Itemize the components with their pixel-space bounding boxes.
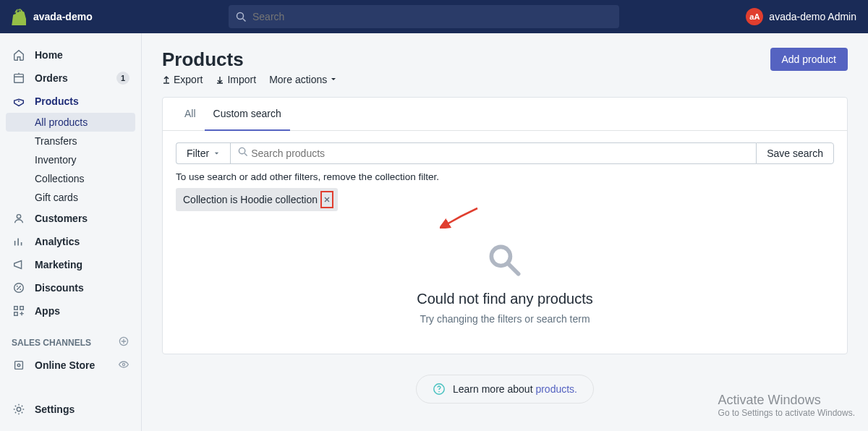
sidebar-subitem-collections[interactable]: Collections	[0, 169, 141, 188]
search-products-wrap[interactable]	[230, 142, 756, 164]
sidebar-item-label: Apps	[35, 305, 60, 317]
sidebar-item-customers[interactable]: Customers	[0, 207, 141, 230]
orders-icon	[12, 71, 26, 85]
import-label: Import	[227, 74, 256, 85]
sidebar-item-label: Orders	[35, 72, 68, 84]
sidebar-subitem-transfers[interactable]: Transfers	[0, 132, 141, 150]
svg-point-14	[122, 363, 124, 365]
svg-line-17	[244, 153, 247, 156]
filter-chip-label: Collection is Hoodie collection	[183, 194, 318, 205]
more-actions[interactable]: More actions	[269, 74, 337, 85]
global-search[interactable]	[229, 5, 619, 28]
sidebar-item-label: Home	[35, 49, 63, 61]
svg-point-3	[18, 101, 20, 102]
sidebar-item-discounts[interactable]: Discounts	[0, 276, 141, 299]
filter-chip-collection: Collection is Hoodie collection	[176, 188, 338, 211]
svg-point-6	[17, 286, 18, 287]
tabs: AllCustom search	[163, 98, 847, 131]
shopify-logo-icon	[12, 9, 26, 25]
save-search-button[interactable]: Save search	[756, 142, 834, 164]
search-products-input[interactable]	[248, 143, 749, 163]
products-icon	[12, 94, 26, 108]
settings-label: Settings	[35, 404, 75, 415]
customers-icon	[12, 211, 26, 226]
products-help-link[interactable]: products.	[535, 383, 577, 395]
sidebar-settings[interactable]: Settings	[0, 393, 141, 431]
products-card: AllCustom search Filter Save search To u…	[162, 97, 848, 354]
svg-line-1	[243, 18, 246, 21]
svg-rect-2	[14, 74, 24, 83]
sales-channels-header: SALES CHANNELS	[0, 323, 141, 354]
filter-button[interactable]: Filter	[176, 142, 230, 164]
import-action[interactable]: Import	[216, 74, 256, 85]
empty-title: Could not find any products	[163, 291, 847, 307]
search-large-icon	[163, 240, 847, 281]
svg-point-7	[20, 289, 21, 290]
sidebar-subitem-all-products[interactable]: All products	[6, 113, 135, 132]
question-circle-icon	[433, 383, 446, 396]
analytics-icon	[12, 234, 26, 249]
sidebar: HomeOrders1ProductsAll productsTransfers…	[0, 33, 142, 431]
caret-down-icon	[330, 76, 337, 83]
svg-point-0	[237, 12, 244, 19]
sidebar-item-analytics[interactable]: Analytics	[0, 230, 141, 253]
empty-subtitle: Try changing the filters or search term	[163, 313, 847, 325]
svg-point-4	[17, 215, 20, 218]
add-channel-button[interactable]	[118, 336, 129, 349]
close-icon	[323, 194, 331, 205]
svg-point-13	[17, 364, 20, 367]
svg-line-19	[509, 264, 519, 274]
filter-helper-text: To use search or add other filters, remo…	[163, 164, 847, 188]
global-search-input[interactable]	[252, 11, 612, 22]
tab-custom-search[interactable]: Custom search	[205, 98, 290, 131]
add-product-button[interactable]: Add product	[770, 48, 848, 71]
eye-icon[interactable]	[118, 359, 129, 372]
channel-online-store[interactable]: Online Store	[0, 354, 141, 377]
svg-rect-9	[20, 307, 24, 310]
tab-all[interactable]: All	[176, 98, 205, 130]
svg-point-21	[438, 391, 440, 393]
sidebar-item-label: Customers	[35, 213, 88, 224]
sidebar-item-home[interactable]: Home	[0, 43, 141, 67]
page-title: Products	[162, 48, 244, 71]
channel-label: Online Store	[35, 359, 95, 371]
search-icon	[236, 12, 247, 22]
sidebar-item-label: Products	[35, 95, 79, 107]
sidebar-item-label: Marketing	[35, 259, 82, 270]
svg-point-16	[239, 148, 245, 153]
sidebar-item-orders[interactable]: Orders1	[0, 67, 141, 90]
caret-down-icon	[213, 148, 220, 159]
empty-state: Could not find any products Try changing…	[163, 224, 847, 354]
svg-point-15	[17, 407, 20, 411]
topbar: avada-demo aA avada-demo Admin	[0, 0, 868, 33]
discounts-icon	[12, 281, 26, 295]
windows-activation-watermark: Activate Windows Go to Settings to activ…	[718, 393, 855, 418]
badge: 1	[116, 72, 129, 85]
marketing-icon	[12, 257, 26, 272]
export-action[interactable]: Export	[162, 74, 203, 85]
section-label: SALES CHANNELS	[12, 338, 91, 348]
home-icon	[12, 48, 26, 62]
topbar-user[interactable]: aA avada-demo Admin	[746, 8, 856, 25]
export-icon	[162, 75, 171, 84]
avatar: aA	[746, 8, 763, 25]
watermark-title: Activate Windows	[718, 393, 855, 408]
search-icon	[238, 147, 248, 160]
sidebar-item-label: Discounts	[35, 282, 84, 294]
sidebar-subitem-gift-cards[interactable]: Gift cards	[0, 188, 141, 207]
sidebar-nav: HomeOrders1ProductsAll productsTransfers…	[0, 33, 141, 393]
sidebar-item-apps[interactable]: Apps	[0, 299, 141, 323]
main-content: Products Add product Export Import More …	[142, 33, 868, 431]
import-icon	[216, 75, 224, 84]
watermark-sub: Go to Settings to activate Windows.	[718, 408, 855, 418]
sidebar-subitem-inventory[interactable]: Inventory	[0, 150, 141, 169]
remove-filter-button[interactable]	[320, 191, 333, 208]
svg-rect-8	[14, 307, 18, 310]
sidebar-item-products[interactable]: Products	[0, 90, 141, 113]
learn-more-text: Learn more about products.	[453, 383, 577, 395]
store-name: avada-demo	[33, 11, 93, 22]
gear-icon	[12, 402, 26, 417]
store-icon	[12, 358, 26, 372]
learn-more-pill[interactable]: Learn more about products.	[416, 375, 594, 404]
sidebar-item-marketing[interactable]: Marketing	[0, 253, 141, 276]
